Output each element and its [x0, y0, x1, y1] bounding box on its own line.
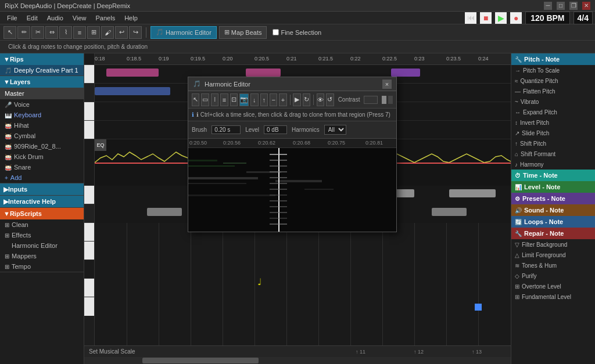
he-tool-select[interactable]: ▭ [201, 93, 209, 106]
script-clean[interactable]: ⊞ Clean [0, 219, 84, 230]
close-button[interactable]: ✕ [582, 2, 590, 10]
he-title-bar[interactable]: 🎵 Harmonic Editor × [188, 77, 396, 91]
clip-pink-2[interactable] [246, 69, 281, 77]
tool-pencil[interactable]: ✏ [17, 26, 30, 39]
clip-white-snare-3[interactable] [432, 208, 467, 216]
time-signature[interactable]: 4/4 [574, 12, 593, 24]
add-layer-button[interactable]: + Add [0, 172, 84, 183]
he-view-btn[interactable]: 👁 [317, 93, 324, 106]
tones-and-hum[interactable]: ≋ Tones & Hum [511, 260, 595, 271]
menu-help[interactable]: Help [120, 13, 142, 23]
quantize-pitch[interactable]: ≈ Quantize Pitch [511, 75, 595, 86]
fundamental-level[interactable]: ⊞ Fundamental Level [511, 291, 595, 302]
script-tempo[interactable]: ⊞ Tempo [0, 261, 84, 272]
menu-edit[interactable]: Edit [22, 13, 42, 23]
script-mappers[interactable]: ⊞ Mappers [0, 251, 84, 261]
tool-cursor[interactable]: ↖ [3, 26, 16, 39]
clip-white-3[interactable] [449, 189, 496, 197]
maximize-button[interactable]: □ [557, 2, 565, 10]
menu-audio[interactable]: Audio [42, 13, 68, 23]
menu-file[interactable]: File [2, 13, 22, 23]
play-button[interactable]: ▶ [495, 12, 507, 24]
shift-pitch[interactable]: ↑ Shift Pitch [511, 138, 595, 149]
he-level-input[interactable] [264, 125, 287, 134]
he-refresh-btn[interactable]: ↺ [326, 93, 334, 106]
layer-hihat[interactable]: 🥁 Hihat [0, 120, 84, 131]
slide-pitch[interactable]: ↗ Slide Pitch [511, 128, 595, 138]
loops-note-header[interactable]: 🔄 Loops - Note [511, 216, 595, 228]
track-content[interactable]: EQ ♩ [95, 65, 511, 345]
pitch-to-scale[interactable]: → Pitch To Scale [511, 65, 595, 75]
shift-formant[interactable]: ⌂ Shift Formant [511, 149, 595, 159]
harmony[interactable]: ♪ Harmony [511, 159, 595, 170]
he-content-area[interactable]: 0:20.50 0:20.56 0:20.62 0:20.68 0:20.75 … [188, 139, 396, 232]
he-tool-up[interactable]: ↑ [260, 93, 268, 106]
he-spectrogram[interactable] [188, 148, 396, 232]
fine-selection-check[interactable]: Fine Selection [269, 29, 325, 36]
he-tool-rows[interactable]: ≡ [220, 93, 228, 106]
stop-button[interactable]: ■ [480, 12, 492, 24]
tool-brush[interactable]: 🖌 [101, 26, 114, 39]
rewind-button[interactable]: ⏮ [465, 12, 476, 24]
he-contrast-slider[interactable] [364, 96, 378, 104]
script-harmonic-editor[interactable]: Harmonic Editor [0, 240, 84, 251]
tool-undo[interactable]: ↩ [115, 26, 128, 39]
script-effects[interactable]: ⊞ Effects [0, 230, 84, 240]
layer-909ride[interactable]: 🥁 909Ride_02_8... [0, 141, 84, 152]
filter-background[interactable]: ▽ Filter Background [511, 239, 595, 250]
layer-kick[interactable]: 🥁 Kick Drum [0, 152, 84, 162]
repair-note-header[interactable]: 🔧 Repair - Note [511, 228, 595, 239]
layer-voice[interactable]: 🎤 Voice [0, 99, 84, 110]
menu-view[interactable]: View [68, 13, 91, 23]
inputs-header[interactable]: ▶ Inputs [0, 183, 84, 195]
layer-master[interactable]: Master [0, 88, 84, 99]
vibrato[interactable]: ~ Vibrato [511, 96, 595, 107]
clip-white-snare-1[interactable] [147, 208, 182, 216]
level-note-header[interactable]: 📊 Level - Note [511, 181, 595, 193]
he-tool-plus[interactable]: + [279, 93, 286, 106]
he-play-btn[interactable]: ▶ [293, 93, 300, 106]
layer-keyboard[interactable]: 🎹 Keyboard [0, 110, 84, 120]
map-beats-button[interactable]: ⊞ Map Beats [219, 26, 267, 39]
he-tool-columns[interactable]: ⁞ [211, 93, 218, 106]
tool-redo[interactable]: ↪ [129, 26, 142, 39]
flatten-pitch[interactable]: — Flatten Pitch [511, 86, 595, 96]
restore-button[interactable]: ❐ [569, 2, 578, 10]
clip-pink-1[interactable] [106, 69, 159, 77]
harmonic-editor-button[interactable]: 🎵 Harmonic Editor [150, 26, 217, 39]
tool-wave[interactable]: ⌇ [59, 26, 72, 39]
bpm-display[interactable]: 120 BPM [525, 12, 569, 24]
he-brush-input[interactable] [212, 125, 241, 134]
purify[interactable]: ◇ Purify [511, 271, 595, 281]
rips-header[interactable]: ▼ Rips [0, 53, 84, 65]
he-harmonics-select[interactable]: All [324, 125, 346, 135]
he-close-button[interactable]: × [382, 80, 392, 89]
ripscripts-header[interactable]: ▼ RipScripts [0, 208, 84, 219]
layer-snare[interactable]: 🥁 Snare [0, 162, 84, 172]
he-color-swatch-2[interactable] [388, 96, 393, 104]
he-tool-cursor[interactable]: ↖ [192, 93, 199, 106]
tool-cut[interactable]: ✂ [31, 26, 44, 39]
time-note-header[interactable]: ⏱ Time - Note [511, 170, 595, 181]
tool-stretch[interactable]: ⇔ [45, 26, 58, 39]
h-scrollbar[interactable] [84, 357, 511, 364]
rip-item-1[interactable]: 🎵 Deeply Creative Part 1 [0, 65, 84, 75]
fine-selection-checkbox[interactable] [273, 29, 279, 35]
presets-note-header[interactable]: ⚙ Presets - Note [511, 193, 595, 204]
he-loop-btn[interactable]: ↻ [303, 93, 310, 106]
sound-note-header[interactable]: 🔊 Sound - Note [511, 204, 595, 216]
menu-panels[interactable]: Panels [91, 13, 120, 23]
he-tool-minus[interactable]: − [270, 93, 277, 106]
expand-pitch[interactable]: ↔ Expand Pitch [511, 107, 595, 117]
interactive-help-header[interactable]: ▶ Interactive Help [0, 196, 84, 207]
he-color-swatch-1[interactable] [382, 96, 386, 104]
h-scroll-thumb[interactable] [142, 358, 259, 363]
clip-purple-1[interactable] [391, 69, 420, 77]
tool-eq[interactable]: ≡ [73, 26, 86, 39]
invert-pitch[interactable]: ↕ Invert Pitch [511, 117, 595, 128]
layer-cymbal[interactable]: 🥁 Cymbal [0, 131, 84, 141]
record-button[interactable]: ● [510, 12, 522, 24]
overtone-level[interactable]: ⊞ Overtone Level [511, 281, 595, 291]
he-tool-camera[interactable]: 📷 [239, 93, 249, 106]
clip-blue-1[interactable] [95, 87, 170, 95]
